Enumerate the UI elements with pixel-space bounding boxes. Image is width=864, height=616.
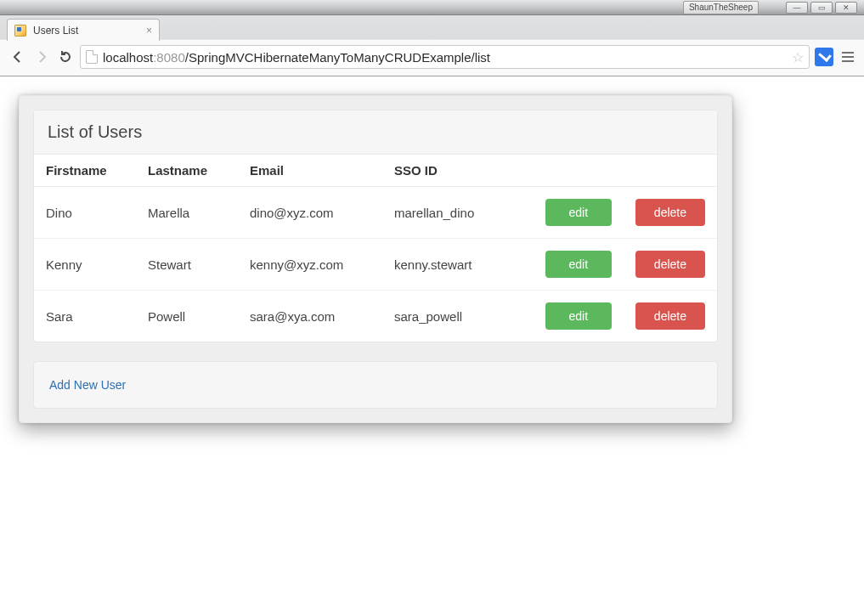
- reload-button[interactable]: [56, 48, 75, 66]
- cell-email: kenny@xyz.com: [238, 239, 382, 291]
- cell-sso: kenny.stewart: [382, 239, 534, 291]
- address-bar[interactable]: localhost:8080/SpringMVCHibernateManyToM…: [80, 45, 810, 69]
- col-email: Email: [238, 155, 382, 187]
- window-controls: — ▭ ✕: [786, 2, 857, 14]
- page-title: List of Users: [34, 110, 717, 155]
- window-close-button[interactable]: ✕: [835, 2, 857, 14]
- reload-icon: [59, 50, 72, 64]
- cell-firstname: Dino: [34, 187, 136, 239]
- cell-firstname: Sara: [34, 291, 136, 342]
- col-empty-1: [534, 155, 624, 187]
- tab-title: Users List: [33, 25, 78, 37]
- cell-sso: marellan_dino: [382, 187, 534, 239]
- viewport[interactable]: List of Users Firstname Lastname Email S…: [0, 76, 864, 616]
- cell-firstname: Kenny: [34, 239, 136, 291]
- browser-chrome: Users List × localhost:8080/SpringMVCHib…: [0, 15, 864, 76]
- cell-email: sara@xya.com: [238, 291, 382, 342]
- browser-toolbar: localhost:8080/SpringMVCHibernateManyToM…: [0, 39, 864, 76]
- bookmark-star-icon[interactable]: ☆: [792, 49, 804, 65]
- os-app-badge: ShaunTheSheep: [683, 1, 759, 14]
- browser-tab[interactable]: Users List ×: [7, 19, 160, 41]
- users-table: Firstname Lastname Email SSO ID Dino Mar…: [34, 155, 717, 342]
- col-lastname: Lastname: [136, 155, 238, 187]
- edit-button[interactable]: edit: [545, 251, 612, 278]
- delete-button[interactable]: delete: [635, 302, 705, 330]
- delete-button[interactable]: delete: [635, 199, 705, 226]
- table-header-row: Firstname Lastname Email SSO ID: [34, 155, 717, 187]
- table-row: Dino Marella dino@xyz.com marellan_dino …: [34, 187, 717, 239]
- delete-button[interactable]: delete: [635, 251, 705, 278]
- arrow-right-icon: [35, 50, 48, 64]
- add-user-well: Add New User: [33, 361, 718, 409]
- col-sso: SSO ID: [382, 155, 534, 187]
- page-icon: [86, 50, 98, 64]
- panel: List of Users Firstname Lastname Email S…: [19, 95, 732, 423]
- cell-email: dino@xyz.com: [238, 187, 382, 239]
- users-card: List of Users Firstname Lastname Email S…: [33, 110, 718, 342]
- tabstrip: Users List ×: [0, 15, 864, 39]
- col-firstname: Firstname: [34, 155, 136, 187]
- edit-button[interactable]: edit: [545, 302, 612, 330]
- tab-close-icon[interactable]: ×: [146, 25, 152, 36]
- page-content: List of Users Firstname Lastname Email S…: [0, 76, 864, 457]
- table-row: Sara Powell sara@xya.com sara_powell edi…: [34, 291, 717, 342]
- cell-lastname: Stewart: [136, 239, 238, 291]
- cell-sso: sara_powell: [382, 291, 534, 342]
- arrow-left-icon: [11, 50, 25, 64]
- favicon-icon: [14, 25, 26, 37]
- col-empty-2: [624, 155, 717, 187]
- table-row: Kenny Stewart kenny@xyz.com kenny.stewar…: [34, 239, 717, 291]
- browser-menu-button[interactable]: [839, 48, 857, 66]
- forward-button[interactable]: [32, 48, 51, 66]
- edit-button[interactable]: edit: [545, 199, 612, 226]
- cell-lastname: Powell: [136, 291, 238, 342]
- window-maximize-button[interactable]: ▭: [810, 2, 833, 14]
- cell-lastname: Marella: [136, 187, 238, 239]
- url-text: localhost:8080/SpringMVCHibernateManyToM…: [103, 50, 787, 65]
- add-user-link[interactable]: Add New User: [49, 378, 126, 392]
- back-button[interactable]: [8, 48, 27, 66]
- window-minimize-button[interactable]: —: [786, 2, 808, 14]
- extension-button[interactable]: [815, 48, 833, 66]
- os-titlebar: ShaunTheSheep — ▭ ✕: [0, 0, 864, 15]
